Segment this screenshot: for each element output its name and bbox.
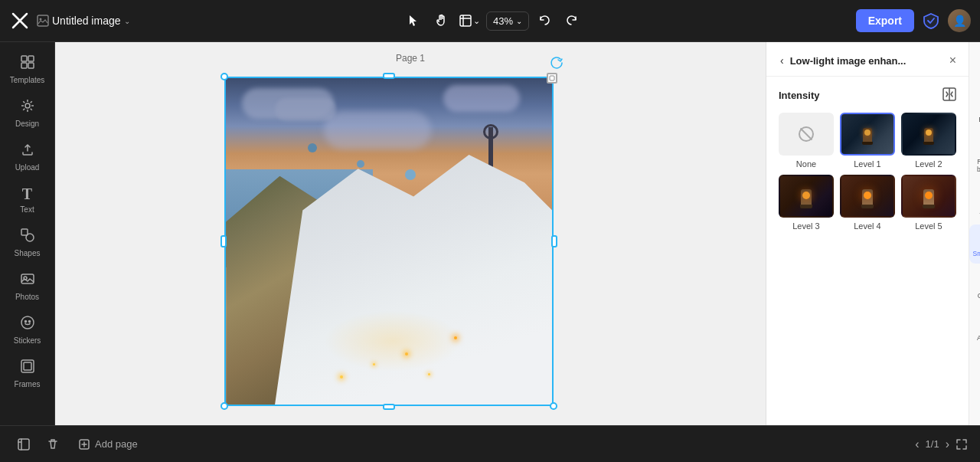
tool-smart-tools[interactable]: Smart tools — [969, 224, 980, 264]
canvas-container — [224, 77, 554, 406]
canvas-area[interactable]: Page 1 ··· — [55, 42, 766, 425]
svg-rect-11 — [21, 229, 28, 235]
sidebar-item-text[interactable]: T Text — [5, 179, 51, 220]
remove-bg-label: Remove backgr... — [972, 158, 980, 173]
photos-label: Photos — [15, 293, 39, 301]
page-corner-icon — [547, 73, 557, 84]
export-button[interactable]: Export — [856, 9, 914, 32]
topbar-center: ⌄ 43% ⌄ — [136, 8, 850, 33]
zoom-control[interactable]: 43% ⌄ — [486, 11, 529, 31]
user-avatar[interactable]: 👤 — [948, 9, 971, 32]
title-chevron: ⌄ — [124, 17, 130, 25]
sidebar-item-templates[interactable]: Templates — [5, 48, 51, 90]
handle-bm[interactable] — [383, 404, 395, 410]
handle-bl[interactable] — [220, 402, 228, 410]
level-none[interactable]: None — [779, 113, 834, 169]
svg-rect-2 — [38, 15, 48, 26]
svg-line-28 — [801, 129, 812, 140]
sidebar-item-stickers[interactable]: Stickers — [5, 309, 51, 351]
add-page-icon-button[interactable] — [12, 433, 35, 456]
document-title[interactable]: Untitled image ⌄ — [37, 15, 130, 27]
level-4[interactable]: Level 4 — [840, 175, 895, 231]
thumb-l3 — [779, 175, 834, 218]
design-icon — [20, 98, 35, 117]
sidebar-item-upload[interactable]: Upload — [5, 136, 51, 178]
handle-ml[interactable] — [220, 235, 227, 247]
intensity-label: Intensity — [779, 87, 956, 103]
handle-tl[interactable] — [220, 73, 228, 80]
frames-label: Frames — [15, 380, 41, 388]
level-2[interactable]: Level 2 — [901, 113, 956, 169]
panel-content: ‹ Low-light image enhan... × Intensity — [766, 42, 969, 425]
upload-icon — [20, 142, 35, 161]
intensity-grid: None Level 1 — [779, 113, 956, 231]
intensity-section: Intensity — [766, 77, 969, 241]
page-indicator: 1/1 — [926, 438, 939, 450]
pointer-tool[interactable] — [401, 8, 426, 33]
label-l5: Level 5 — [915, 221, 942, 231]
handle-br[interactable] — [550, 402, 557, 410]
tool-filters[interactable]: Filters — [969, 48, 980, 87]
level-3[interactable]: Level 3 — [779, 175, 834, 231]
label-l3: Level 3 — [792, 221, 819, 231]
svg-point-14 — [21, 316, 34, 329]
svg-rect-8 — [28, 63, 34, 68]
compare-button[interactable] — [942, 87, 956, 103]
tool-remove-bg[interactable]: Remove backgr... — [969, 133, 980, 179]
thumb-none — [779, 113, 834, 156]
thumb-l2 — [901, 113, 956, 156]
thumb-l1 — [840, 113, 895, 156]
page-label: Page 1 — [396, 53, 425, 64]
label-none: None — [796, 159, 816, 169]
shield-icon — [920, 10, 942, 31]
add-page-button[interactable]: Add page — [70, 434, 145, 454]
svg-rect-7 — [21, 63, 27, 68]
frames-icon — [20, 359, 35, 378]
handle-tm[interactable] — [383, 73, 395, 79]
label-l4: Level 4 — [854, 221, 880, 231]
canvas-image[interactable] — [224, 77, 554, 406]
tool-arrange[interactable]: Arrange — [969, 309, 980, 348]
text-label: Text — [20, 205, 34, 214]
tool-adjust[interactable]: Adjust — [969, 182, 980, 221]
delete-button[interactable] — [41, 433, 64, 456]
svg-rect-24 — [550, 76, 554, 80]
page-navigation: ‹ 1/1 › — [915, 437, 949, 451]
frame-tool[interactable]: ⌄ — [456, 8, 483, 33]
panel-close-button[interactable]: × — [949, 54, 956, 67]
redo-button[interactable] — [560, 8, 584, 33]
level-1[interactable]: Level 1 — [840, 113, 895, 169]
tool-effects[interactable]: Effects — [969, 90, 980, 129]
panel-title: Low-light image enhan... — [790, 55, 945, 67]
sidebar-item-shapes[interactable]: Shapes — [5, 221, 51, 264]
topbar-right: Export 👤 — [856, 9, 971, 32]
templates-icon — [20, 54, 35, 74]
svg-point-9 — [25, 103, 30, 108]
hand-tool[interactable] — [429, 8, 453, 33]
svg-rect-5 — [21, 56, 27, 61]
fullscreen-button[interactable] — [956, 438, 968, 451]
sidebar-item-photos[interactable]: Photos — [5, 265, 51, 307]
prev-page-button[interactable]: ‹ — [915, 437, 919, 451]
rotate-handle[interactable] — [549, 55, 564, 70]
panel-back-button[interactable]: ‹ — [779, 53, 786, 68]
svg-rect-45 — [18, 439, 29, 450]
label-l1: Level 1 — [854, 159, 880, 169]
shapes-icon — [20, 228, 35, 247]
design-label: Design — [15, 120, 39, 128]
sidebar: Templates Design Upload T Text — [0, 42, 55, 425]
label-l2: Level 2 — [915, 159, 942, 169]
stickers-label: Stickers — [14, 336, 41, 345]
next-page-button[interactable]: › — [946, 437, 949, 451]
svg-rect-18 — [24, 362, 31, 370]
tool-opacity[interactable]: Opacity — [969, 267, 980, 306]
bottom-bar: Add page ‹ 1/1 › — [0, 425, 980, 462]
panel-header: ‹ Low-light image enhan... × — [766, 42, 969, 77]
sidebar-item-design[interactable]: Design — [5, 92, 51, 134]
templates-label: Templates — [10, 76, 45, 84]
undo-button[interactable] — [532, 8, 557, 33]
handle-mr[interactable] — [551, 235, 557, 247]
thumb-l5 — [901, 175, 956, 218]
sidebar-item-frames[interactable]: Frames — [5, 352, 51, 395]
level-5[interactable]: Level 5 — [901, 175, 956, 231]
